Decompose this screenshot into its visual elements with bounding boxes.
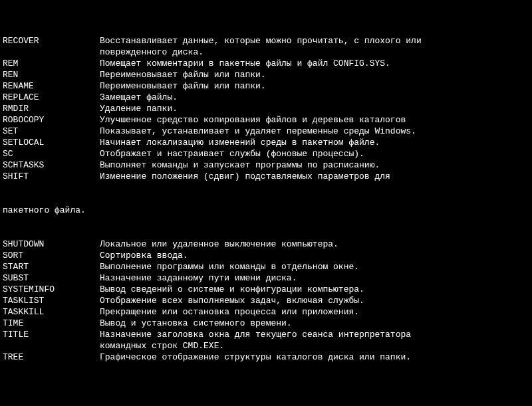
command-name: SUBST (3, 272, 100, 284)
command-name: SYSTEMINFO (3, 284, 100, 295)
command-row: SUBSTНазначение заданному пути имени дис… (3, 272, 529, 284)
command-description: Показывает, устанавливает и удаляет пере… (100, 126, 529, 137)
command-row: RENAMEПереименовывает файлы или папки. (3, 80, 529, 92)
command-name: REM (3, 58, 100, 69)
command-name: SETLOCAL (3, 137, 100, 148)
command-name: SORT (3, 250, 100, 261)
command-description: Вывод сведений о системе и конфигурации … (100, 284, 529, 295)
command-row: SETLOCALНачинает локализацию изменений с… (3, 137, 529, 148)
command-description: Сортировка ввода. (100, 250, 529, 261)
command-name: SHUTDOWN (3, 239, 100, 250)
command-description: Выполняет команды и запускает программы … (100, 159, 529, 171)
command-name: RMDIR (3, 103, 100, 114)
command-row: SCHTASKSВыполняет команды и запускает пр… (3, 159, 529, 171)
command-description: Графическое отображение структуры катало… (100, 352, 529, 363)
command-description: Отображает и настраивает службы (фоновые… (100, 148, 529, 159)
command-description: Прекращение или остановка процесса или п… (100, 306, 529, 318)
command-description: Восстанавливает данные, которые можно пр… (100, 35, 529, 47)
command-description: Выполнение программы или команды в отдел… (100, 261, 529, 272)
command-row: SYSTEMINFOВывод сведений о системе и кон… (3, 284, 529, 295)
command-description: Локальное или удаленное выключение компь… (100, 239, 529, 250)
command-name: REPLACE (3, 92, 100, 103)
command-row: ROBOCOPYУлучшенное средство копирования … (3, 114, 529, 126)
command-name: RECOVER (3, 35, 100, 47)
command-row: RMDIRУдаление папки. (3, 103, 529, 114)
command-row: TIMEВывод и установка системного времени… (3, 318, 529, 329)
command-description: Отображение всех выполняемых задач, вклю… (100, 295, 529, 306)
command-row: SHIFTИзменение положения (сдвиг) подстав… (3, 171, 529, 182)
command-description: Переименовывает файлы или папки. (100, 69, 529, 80)
command-description: Удаление папки. (100, 103, 529, 114)
command-row: REMПомещает комментарии в пакетные файлы… (3, 58, 529, 69)
command-row: RECOVERВосстанавливает данные, которые м… (3, 35, 529, 47)
command-row: TITLEНазначение заголовка окна для текущ… (3, 329, 529, 340)
command-name: SHIFT (3, 171, 100, 182)
command-row: SHUTDOWNЛокальное или удаленное выключен… (3, 239, 529, 250)
command-description: Начинает локализацию изменений среды в п… (100, 137, 529, 148)
command-name: START (3, 261, 100, 272)
command-description: Назначение заголовка окна для текущего с… (100, 329, 529, 340)
command-row: RENПереименовывает файлы или папки. (3, 69, 529, 80)
command-name: TASKLIST (3, 295, 100, 306)
command-row: TREEГрафическое отображение структуры ка… (3, 352, 529, 363)
command-name: TREE (3, 352, 100, 363)
command-name: RENAME (3, 80, 100, 92)
command-row: SORTСортировка ввода. (3, 250, 529, 261)
command-name: SC (3, 148, 100, 159)
command-name: TASKKILL (3, 306, 100, 318)
shift-wrap-line: пакетного файла. (3, 205, 529, 216)
command-description: Вывод и установка системного времени. (100, 318, 529, 329)
command-row: TASKLISTОтображение всех выполняемых зад… (3, 295, 529, 306)
command-name: REN (3, 69, 100, 80)
command-row: REPLACEЗамещает файлы. (3, 92, 529, 103)
command-name: TITLE (3, 329, 100, 340)
blank-line (3, 385, 529, 397)
command-description-cont: поврежденного диска. (3, 47, 529, 58)
command-name: SCHTASKS (3, 159, 100, 171)
command-description: Переименовывает файлы или папки. (100, 80, 529, 92)
command-name: ROBOCOPY (3, 114, 100, 126)
command-description-cont: командных строк CMD.EXE. (3, 340, 529, 352)
command-row: SETПоказывает, устанавливает и удаляет п… (3, 126, 529, 137)
command-row: STARTВыполнение программы или команды в … (3, 261, 529, 272)
command-row: SCОтображает и настраивает службы (фонов… (3, 148, 529, 159)
command-description: Улучшенное средство копирования файлов и… (100, 114, 529, 126)
command-name: SET (3, 126, 100, 137)
command-description: Замещает файлы. (100, 92, 529, 103)
command-description: Назначение заданному пути имени диска. (100, 272, 529, 284)
command-row: TASKKILLПрекращение или остановка процес… (3, 306, 529, 318)
command-description: Изменение положения (сдвиг) подставляемы… (100, 171, 529, 182)
command-description: Помещает комментарии в пакетные файлы и … (100, 58, 529, 69)
command-name: TIME (3, 318, 100, 329)
terminal-output[interactable]: RECOVERВосстанавливает данные, которые м… (0, 0, 532, 406)
